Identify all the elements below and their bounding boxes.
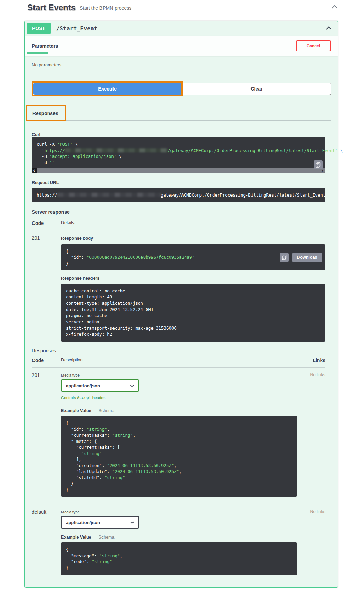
response-header-line: pragma: no-cache: [66, 313, 321, 319]
responses-section-label: Responses: [32, 348, 331, 353]
response-header-line: cache-control: no-cache: [66, 288, 321, 294]
tab-schema[interactable]: Schema: [99, 535, 115, 540]
response-header-line: server: nginx: [66, 319, 321, 325]
curl-block: curl -X 'POST' \ 'https:///gateway/ACMEC…: [32, 137, 325, 173]
media-type-label: Media type: [61, 373, 304, 377]
execute-row: Execute Clear: [32, 81, 331, 96]
curl-line-2: 'https:///gateway/ACMECorp./OrderProcess…: [37, 148, 321, 154]
no-parameters-text: No parameters: [32, 62, 331, 67]
response-headers-label: Response headers: [61, 276, 325, 281]
page-container: Start Events Start the BPMN process POST…: [4, 0, 346, 598]
response-header-line: content-type: application/json: [66, 300, 321, 306]
model-example-tabs: Example Value Schema: [61, 535, 304, 540]
execute-button[interactable]: Execute: [33, 83, 181, 95]
response-body-block: { "id": "000000ad079244210000e8b9967fc6c…: [61, 244, 325, 271]
execute-annotation-box: Execute: [32, 81, 183, 96]
server-response-table-header: Code Details: [32, 220, 325, 230]
scrollbar-left-arrow-icon[interactable]: ❮: [32, 168, 37, 173]
tab-parameters[interactable]: Parameters: [32, 43, 58, 49]
response-code: default: [32, 509, 61, 575]
page-title: Start Events: [27, 3, 76, 12]
links-column-header: Links: [304, 358, 325, 363]
example-value-block-default: { "message": "string", "code": "string" …: [61, 542, 297, 575]
server-response-label: Server response: [32, 209, 331, 215]
response-status-code: 201: [32, 235, 61, 342]
server-response-row: 201 Response body { "id": "000000ad07924…: [32, 230, 325, 342]
curl-label: Curl: [32, 132, 331, 137]
response-header-line: x-firefox-spdy: h2: [66, 331, 321, 338]
tab-example-value[interactable]: Example Value: [61, 535, 91, 540]
response-body-label: Response body: [61, 236, 325, 241]
chevron-down-icon: [130, 519, 134, 525]
code-column-header: Code: [32, 358, 61, 363]
response-header-line: date: Tue,11 Jun 2024 13:52:24 GMT: [66, 306, 321, 313]
chevron-down-icon: [130, 382, 134, 389]
redacted-host: [57, 193, 161, 197]
tab-schema[interactable]: Schema: [99, 408, 115, 413]
request-url-label: Request URL: [32, 180, 331, 185]
cancel-button[interactable]: Cancel: [296, 40, 331, 51]
example-value-block-201: { "id": "string", "currentTasks": "strin…: [61, 416, 297, 497]
curl-line-1: curl -X 'POST' \: [37, 141, 321, 148]
http-method-badge: POST: [27, 23, 51, 34]
response-header-line: content-length: 49: [66, 294, 321, 300]
section-collapse-chevron-up-icon[interactable]: [331, 4, 338, 10]
opblock-post-start-event: POST /Start_Event Parameters Cancel No p…: [24, 21, 338, 588]
copy-icon[interactable]: [280, 253, 289, 262]
model-example-tabs: Example Value Schema: [61, 408, 304, 413]
code-column-header: Code: [32, 220, 61, 226]
no-links-text: No links: [304, 372, 325, 497]
responses-annotation-box: Responses: [26, 105, 66, 121]
media-type-select[interactable]: application/json: [61, 379, 139, 392]
section-header: Start Events Start the BPMN process: [27, 3, 338, 18]
no-links-text: No links: [304, 509, 325, 575]
parameters-header-bar: Parameters Cancel: [25, 36, 338, 56]
response-doc-row-201: 201 Media type application/json Controls…: [32, 368, 325, 497]
response-headers-block: cache-control: no-cache content-length: …: [61, 284, 325, 342]
tab-example-value[interactable]: Example Value: [61, 408, 91, 413]
response-code: 201: [32, 372, 61, 497]
media-type-label: Media type: [61, 510, 304, 514]
scrollbar-thumb[interactable]: [37, 168, 319, 173]
endpoint-path: /Start_Event: [56, 25, 97, 32]
redacted-host: [65, 148, 168, 152]
details-column-header: Details: [61, 220, 325, 226]
response-doc-row-default: default Media type application/json Exam…: [32, 504, 325, 575]
opblock-summary[interactable]: POST /Start_Event: [25, 21, 338, 36]
copy-icon[interactable]: [314, 160, 323, 169]
description-column-header: Description: [61, 358, 304, 363]
response-header-line: strict-transport-security: max-age=31536…: [66, 325, 321, 331]
tab-responses[interactable]: Responses: [32, 111, 58, 116]
responses-tab-header: Responses: [32, 106, 331, 121]
request-url-value: https://gateway/ACMECorp./OrderProcessin…: [37, 192, 321, 198]
curl-horizontal-scrollbar[interactable]: ❮ ❯: [32, 168, 325, 173]
responses-table-header: Code Description Links: [32, 358, 325, 368]
curl-line-3: -H 'accept: application/json' \: [37, 153, 321, 160]
request-url-block: https://gateway/ACMECorp./OrderProcessin…: [32, 188, 325, 202]
media-type-select[interactable]: application/json: [61, 516, 139, 529]
curl-line-4: -d '': [37, 160, 321, 166]
download-button[interactable]: Download: [292, 253, 322, 262]
clear-button[interactable]: Clear: [183, 83, 331, 95]
opblock-collapse-chevron-up-icon[interactable]: [326, 25, 332, 31]
controls-accept-header-note: Controls Accept header.: [61, 395, 304, 400]
section-subtitle: Start the BPMN process: [80, 5, 131, 11]
